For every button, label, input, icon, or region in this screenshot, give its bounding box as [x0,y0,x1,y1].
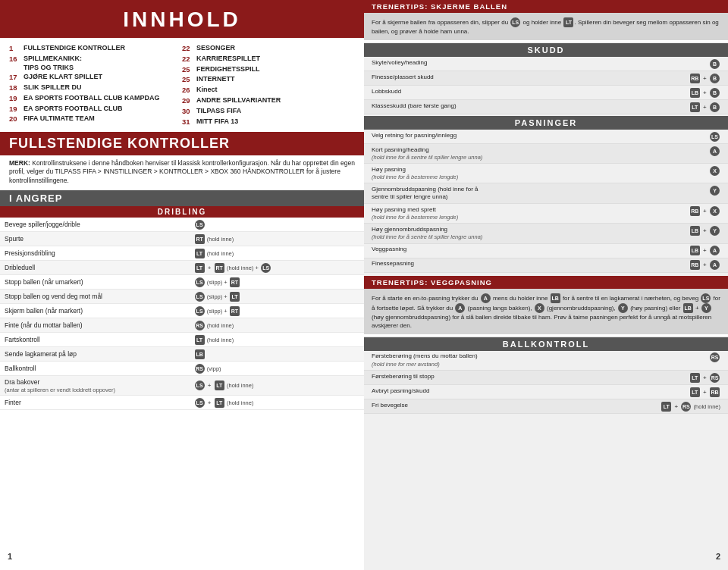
table-row: Bevege spiller/jogge/drible LS [0,218,364,232]
y-icon: Y [710,186,720,196]
a-icon: A [710,146,720,156]
lt-bk-icon: LT [690,373,700,383]
b-icon: B [710,59,720,69]
ls-icon5: LS [195,306,205,316]
lt-hold-icon: LT [563,17,573,27]
lt-icon5: LT [215,381,224,390]
table-row: Høy gjennombruddspasning(hold inne for å… [364,224,728,243]
lt-icon7: LT [690,102,700,112]
table-row: Lobbskudd LB + B [364,86,728,100]
x-tp-icon: X [535,303,544,313]
rs-icon2: RS [195,364,205,374]
a-tp-icon: A [481,293,491,303]
y-tp-icon: Y [618,303,628,313]
fullstendige-bar: FULLSTENDIGE KONTROLLER [0,132,364,155]
table-row: Stopp ballen (når umarkert) LS (slipp) +… [0,275,364,290]
rb-icon: RB [690,74,700,83]
list-item: 18 SLIK SPILLER DU [9,83,182,93]
y-icon2: Y [710,226,720,236]
rt-icon3: RT [230,277,240,287]
rt-icon: RT [195,234,205,244]
lb-icon2: LB [690,88,700,98]
list-item: 30 TILPASS FIFA [182,107,355,117]
table-row: Spurte RT (hold inne) [0,232,364,246]
rs-bk2-icon: RS [710,373,720,383]
list-item: 19 EA SPORTS FOOTBALL CLUB KAMPDAG [9,94,182,104]
table-row: Skjerm ballen (når markert) LS (slipp) +… [0,304,364,318]
lb-icon: LB [195,349,205,359]
x-icon: X [710,166,720,176]
list-item: 1 FULLSTENDIGE KONTROLLER [9,44,182,54]
table-row: Høy pasning med sprett(hold inne for å b… [364,204,728,224]
lt-icon3: LT [230,292,240,302]
b-icon3: B [710,88,720,98]
ballkontroll-header: BALLKONTROLL [364,337,728,351]
list-item: 25 FERDIGHETSSPILL [182,65,355,75]
list-item: 17 GJØRE KLART SPILLET [9,73,182,83]
list-item: 29 ANDRE SPILLVARIANTER [182,96,355,106]
table-row: Velg retning for pasning/innlegg LS [364,130,728,144]
merk-section: MERK: Kontrollinstruksene i denne håndbo… [0,155,364,189]
table-row: Sende lagkamerat på løp LB [0,347,364,362]
i-angrep-bar: I ANGREP [0,190,364,206]
rt-icon4: RT [230,306,240,316]
dribling-subbar: DRIBLING [0,206,364,218]
rs-icon: RS [195,321,205,330]
trenertips1-bar: TRENERTIPS: SKJERME BALLEN [364,0,728,13]
table-row: Veggpasning LB + A [364,243,728,258]
ls-icon: LS [195,220,205,230]
table-row: Klasseskudd (bare første gang) LT + B [364,100,728,114]
trenertips2-bar: TRENERTIPS: VEGGPASNING [364,276,728,289]
rb-icon2: RB [690,206,700,216]
ls-icon7: LS [195,398,205,408]
table-row: Dra bakover(antar at spilleren er vendt … [0,376,364,396]
lt-bk2-icon: LT [690,387,700,397]
lt-icon6: LT [215,398,224,408]
table-row: Skyte/volley/heading B [364,57,728,71]
table-row: Gjennombruddspasning (hold inne for åsen… [364,183,728,204]
ls-icon3: LS [195,277,205,287]
list-item: 22 KARRIERESPILLET [182,55,355,64]
skudd-table: Skyte/volley/heading B Finesse/plassert … [364,57,728,114]
table-row: Førsteberøring til stopp LT + RS [364,371,728,385]
pasninger-header: PASNINGER [364,116,728,130]
toc-left-col: 1 FULLSTENDIGE KONTROLLER 16 SPILLMEKANI… [9,44,182,127]
lb-icon3: LB [690,226,700,236]
table-row: Finessepasning RB + A [364,258,728,272]
skudd-header: SKUDD [364,43,728,57]
ls-rt-icon: LS [510,17,520,27]
b-icon2: B [710,74,720,83]
lt-icon4: LT [195,335,205,345]
b-icon4: B [710,102,720,112]
lt-icon2: LT [195,263,205,273]
table-row: Finesse/plassert skudd RB + B [364,71,728,86]
table-row: Førsteberøring (mens du mottar ballen)(h… [364,351,728,371]
lt-icon: LT [195,249,205,258]
rb-icon3: RB [690,260,700,270]
ls-p-icon: LS [710,132,720,142]
a-icon2: A [710,246,720,255]
y-tp2-icon: Y [701,303,711,313]
ls-icon2: LS [261,263,271,273]
lb-icon4: LB [690,246,700,255]
table-row: Kort pasning/heading(hold inne for å sen… [364,144,728,164]
left-panel: INNHOLD 1 FULLSTENDIGE KONTROLLER 16 SPI… [0,0,364,570]
ls-icon4: LS [195,292,205,302]
rt-icon2: RT [215,263,224,273]
trenertips1-text: For å skjerme ballen fra oppasseren din,… [364,13,728,42]
x-icon2: X [710,206,720,216]
table-row: Finter LS + LT (hold inne) [0,396,364,410]
list-item: 31 MITT FIFA 13 [182,117,355,127]
right-panel: TRENERTIPS: SKJERME BALLEN For å skjerme… [364,0,728,570]
table-row: Stopp ballen og vend deg mot mål LS (sli… [0,290,364,304]
table-row: Presisjonsdribling LT (hold inne) [0,246,364,261]
rb-bk-icon: RB [710,387,720,397]
table-row: Dribleduell LT + RT (hold inne) + LS [0,261,364,275]
table-row: Ballkontroll RS (vipp) [0,362,364,376]
lb-tp-icon: LB [551,293,560,303]
page-number-left: 1 [0,549,364,564]
ls-tp-icon: LS [701,293,711,303]
list-item: 26 Kinect [182,86,355,96]
rs-bk-icon: RS [710,352,720,362]
list-item: 19 EA SPORTS FOOTBALL CLUB [9,105,182,114]
